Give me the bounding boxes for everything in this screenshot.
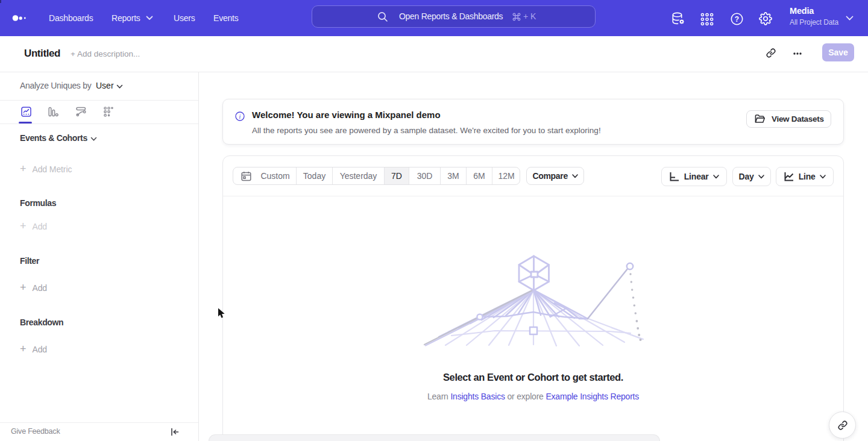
svg-text:?: ? bbox=[735, 15, 739, 23]
svg-text:i: i bbox=[239, 113, 241, 120]
